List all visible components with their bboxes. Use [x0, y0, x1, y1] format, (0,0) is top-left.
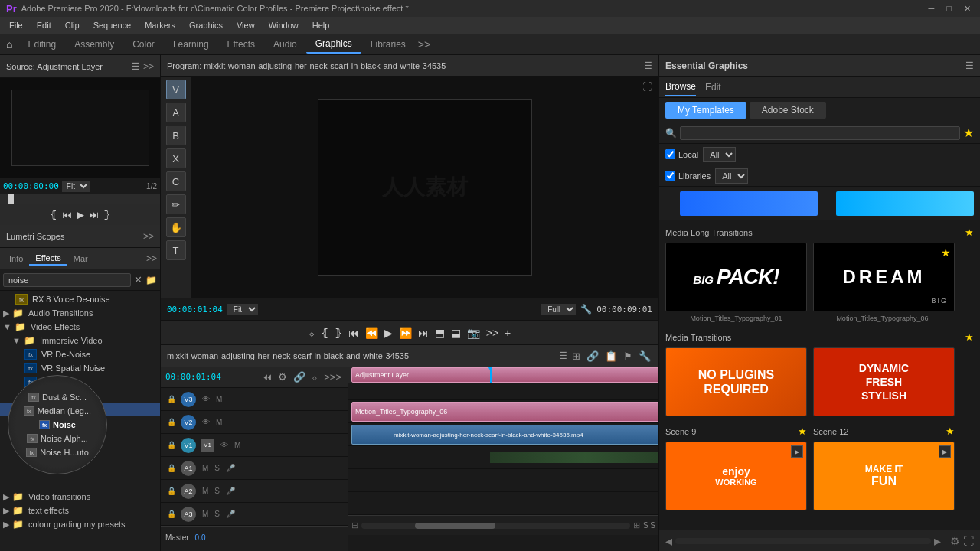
template-card-motion-01[interactable]: BIG PACK! — [665, 243, 807, 311]
text-tool[interactable]: T — [166, 240, 186, 260]
track-lock-a3[interactable]: 🔒 — [165, 509, 178, 519]
tab-effects[interactable]: Effects — [218, 36, 264, 53]
overwrite-button[interactable]: ⬓ — [451, 327, 461, 339]
menu-help[interactable]: Help — [306, 19, 336, 31]
program-quality-select[interactable]: Full — [541, 304, 576, 315]
track-solo-a3[interactable]: S — [213, 509, 221, 519]
track-mute-v2[interactable]: M — [214, 417, 224, 427]
template-card-enjoy[interactable]: ▶ enjoy WORKING — [665, 442, 807, 510]
preview-expand-button[interactable]: ⛶ — [642, 81, 652, 93]
selection-tool[interactable]: V — [166, 80, 186, 99]
track-lock-v2[interactable]: 🔒 — [165, 417, 178, 427]
tl-back-btn[interactable]: ⏮ — [260, 370, 273, 384]
menu-clip[interactable]: Clip — [59, 19, 86, 31]
right-panel-settings[interactable]: ⚙ — [950, 535, 960, 547]
track-lock-v1[interactable]: 🔒 — [165, 440, 178, 450]
play-stop-button[interactable]: ▶ — [384, 327, 393, 339]
scroll-left-button[interactable]: ◂ — [665, 533, 672, 549]
tab-assembly[interactable]: Assembly — [65, 36, 123, 53]
eg-tab-edit[interactable]: Edit — [705, 79, 721, 96]
step-forward-button[interactable]: ⏩ — [399, 327, 412, 339]
zoom-in-button[interactable]: ⊞ — [633, 520, 640, 530]
home-button[interactable]: ⌂ — [6, 38, 12, 51]
eg-tab-browse[interactable]: Browse — [665, 78, 696, 96]
tab-effects[interactable]: Effects — [29, 252, 67, 266]
mark-in-button[interactable]: ⦃ — [50, 209, 57, 220]
menu-window[interactable]: Window — [263, 19, 305, 31]
track-mute-a3[interactable]: M — [201, 509, 210, 519]
maximize-button[interactable]: □ — [943, 4, 955, 14]
pen-tool[interactable]: ✏ — [166, 194, 186, 214]
effect-vr-spatial-noise[interactable]: fx VR Spatial Noise — [0, 361, 160, 375]
libraries-filter[interactable]: Libraries — [665, 171, 710, 181]
prog-more-button[interactable]: >> — [486, 327, 498, 339]
right-panel-expand[interactable]: ⛶ — [963, 535, 974, 547]
favorites-toggle[interactable]: ★ — [963, 126, 974, 140]
menu-edit[interactable]: Edit — [31, 19, 57, 31]
snap-button[interactable]: ⊞ — [570, 349, 582, 364]
local-checkbox[interactable] — [665, 149, 675, 159]
clip-adjustment-layer[interactable]: Adjustment Layer — [351, 367, 658, 383]
tab-audio[interactable]: Audio — [264, 36, 306, 53]
hand-tool[interactable]: ✋ — [166, 217, 186, 237]
tab-graphics[interactable]: Graphics — [306, 35, 361, 54]
libraries-checkbox[interactable] — [665, 171, 675, 181]
eg-subtab-my-templates[interactable]: My Templates — [665, 102, 746, 119]
template-card-makeitfun[interactable]: ▶ MAKE IT FUN — [813, 442, 955, 510]
track-mute-a1[interactable]: M — [201, 463, 210, 473]
effects-expand[interactable]: >> — [146, 253, 157, 264]
minimize-button[interactable]: ─ — [926, 4, 938, 14]
track-select-tool[interactable]: A — [166, 103, 186, 122]
ripple-edit-tool[interactable]: B — [166, 126, 186, 145]
tl-marker[interactable]: ⬦ — [310, 370, 319, 384]
track-toggle-v3[interactable]: 👁 — [201, 394, 211, 404]
section-star-media-long[interactable]: ★ — [965, 227, 974, 238]
menu-graphics[interactable]: Graphics — [183, 19, 229, 31]
track-mic-a3[interactable]: 🎤 — [224, 509, 237, 519]
step-back-button[interactable]: ⏮ — [62, 209, 72, 220]
menu-markers[interactable]: Markers — [139, 19, 181, 31]
track-mute-a2[interactable]: M — [201, 486, 210, 496]
source-playhead[interactable] — [8, 194, 14, 204]
folder-video-transitions[interactable]: ▶ 📁 Video transitions — [0, 490, 160, 504]
tab-learning[interactable]: Learning — [164, 36, 218, 53]
tl-snap[interactable]: 🔗 — [292, 370, 307, 384]
program-monitor-menu[interactable]: ☰ — [644, 60, 652, 71]
folder-text-effects[interactable]: ▶ 📁 text effects — [0, 504, 160, 517]
go-to-out-button[interactable]: ⏭ — [418, 327, 429, 339]
libraries-type-select[interactable]: All — [715, 168, 748, 184]
effect-vr-denoise[interactable]: fx VR De-Noise — [0, 347, 160, 361]
effect-rx-denoise[interactable]: fx RX 8 Voice De-noise — [0, 292, 160, 306]
right-panel-scrollbar[interactable] — [675, 538, 931, 544]
add-track-button[interactable]: 📋 — [603, 349, 619, 364]
folder-colour-grading[interactable]: ▶ 📁 colour grading my presets — [0, 517, 160, 531]
tab-info[interactable]: Info — [3, 253, 29, 265]
local-filter[interactable]: Local — [665, 149, 698, 159]
local-type-select[interactable]: All — [703, 147, 736, 162]
eg-search-input[interactable] — [680, 126, 960, 140]
timeline-zoom-bar[interactable] — [361, 523, 630, 529]
export-frame-button[interactable]: 📷 — [467, 327, 480, 339]
close-button[interactable]: ✕ — [961, 4, 974, 14]
track-mute-v3[interactable]: M — [214, 394, 224, 404]
folder-audio-transitions[interactable]: ▶ 📁 Audio Transitions — [0, 306, 160, 320]
track-lock-v3[interactable]: 🔒 — [165, 394, 178, 404]
scroll-right-button[interactable]: ▸ — [934, 533, 941, 549]
workspace-more-button[interactable]: >> — [418, 38, 430, 51]
eg-subtab-adobe-stock[interactable]: Adobe Stock — [750, 102, 826, 119]
rate-stretch-tool[interactable]: X — [166, 148, 186, 168]
program-fit-select[interactable]: Fit — [227, 304, 258, 315]
timeline-menu[interactable]: ☰ — [559, 350, 567, 361]
source-panel-expand[interactable]: >> — [143, 61, 154, 72]
menu-sequence[interactable]: Sequence — [87, 19, 138, 31]
track-solo-a1[interactable]: S — [213, 463, 221, 473]
clip-motion-titles[interactable]: Motion_Titles_Typography_06 — [351, 402, 658, 422]
go-to-in-button[interactable]: ⏮ — [348, 327, 359, 339]
tab-color[interactable]: Color — [123, 36, 164, 53]
clip-main-video[interactable]: mixkit-woman-adjusting-her-neck-scarf-in… — [351, 425, 658, 445]
template-card-dynamic[interactable]: DYNAMICFRESHSTYLISH — [813, 347, 955, 416]
mark-in-button[interactable]: ⦃ — [321, 327, 328, 339]
effects-search-input[interactable] — [3, 273, 131, 287]
track-toggle-v2[interactable]: 👁 — [201, 417, 211, 427]
zoom-out-button[interactable]: ⊟ — [351, 520, 358, 530]
